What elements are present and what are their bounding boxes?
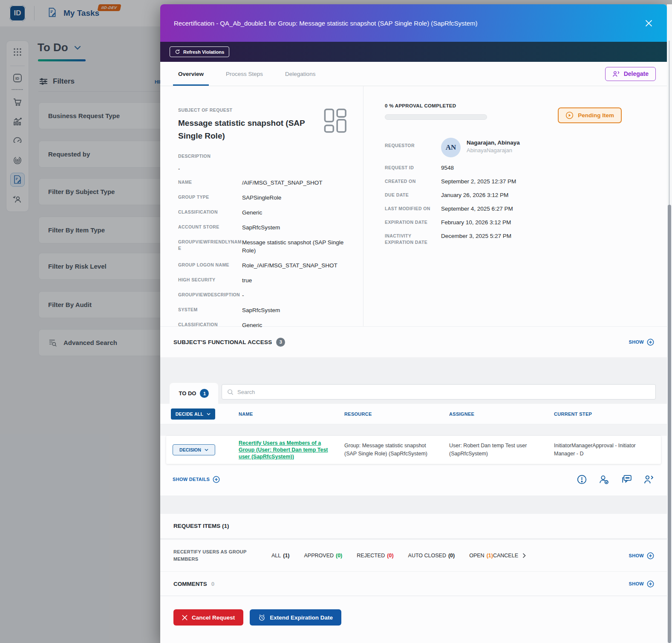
meta-row: CREATED ONSeptember 2, 2025 12:37 PM: [385, 178, 656, 185]
functional-access-section: SUBJECT'S FUNCTIONAL ACCESS 3 SHOW: [160, 326, 667, 357]
attribute-row: ACCOUNT STORESapRfcSystem: [178, 223, 352, 232]
attribute-value: true: [242, 276, 349, 284]
row-actions-bar: SHOW DETAILS: [160, 468, 667, 490]
pending-play-icon: [565, 111, 574, 119]
attribute-label: GROUPVIEWDESCRIPTION: [178, 291, 242, 299]
requestor-username: AbinayaNagarajan: [467, 147, 520, 154]
stat-item[interactable]: OPEN(1): [469, 553, 493, 559]
requestor-label: REQUESTOR: [385, 138, 441, 148]
comments-icon[interactable]: [621, 474, 632, 485]
meta-value: 9548: [441, 165, 454, 171]
chevron-down-icon: [207, 413, 211, 415]
attribute-value: -: [242, 291, 349, 299]
recertification-modal: Recertification - QA_Ab_double1 for Grou…: [160, 4, 667, 643]
assignee-check-icon[interactable]: [598, 474, 610, 485]
attribute-value: Generic: [242, 321, 349, 329]
stat-value: (1): [487, 553, 493, 559]
search-input[interactable]: [237, 389, 650, 395]
refresh-violations-button[interactable]: Refresh Violations: [170, 46, 229, 57]
request-items-header: REQUEST ITEMS (1): [160, 514, 667, 538]
delegate-user-icon[interactable]: [643, 474, 654, 484]
functional-access-count: 3: [276, 338, 285, 347]
stat-value: (1): [283, 553, 289, 559]
search-icon: [227, 389, 234, 395]
meta-row: INACTIVITY EXPIRATION DATEDecember 3, 20…: [385, 233, 656, 246]
column-header-resource[interactable]: RESOURCE: [344, 411, 449, 417]
section-gap: [160, 495, 667, 514]
pending-item-badge: Pending Item: [558, 107, 622, 123]
meta-label: LAST MODIFIED ON: [385, 206, 441, 212]
todo-table: DECIDE ALL NAME RESOURCE ASSIGNEE CURREN…: [160, 404, 667, 495]
approval-progress-bar: [385, 114, 487, 120]
comments-title: COMMENTS: [173, 581, 207, 587]
comments-section: COMMENTS 0 SHOW: [160, 571, 667, 596]
request-items-title: REQUEST ITEMS (1): [173, 523, 229, 529]
meta-label: CREATED ON: [385, 178, 441, 185]
attribute-row: GROUP TYPESAPSingleRole: [178, 194, 352, 202]
stat-label: REJECTED: [357, 553, 385, 559]
decision-dropdown-button[interactable]: DECISION: [173, 444, 215, 455]
column-header-name[interactable]: NAME: [239, 411, 344, 417]
attribute-label: GROUPVIEWFRIENDLYNAME: [178, 238, 242, 255]
tab-delegations[interactable]: Delegations: [285, 62, 315, 86]
stat-item[interactable]: ALL(1): [271, 553, 290, 559]
attribute-label: SYSTEM: [178, 306, 242, 314]
extend-expiration-button[interactable]: Extend Expiration Date: [250, 609, 341, 626]
row-current-step: InitiatorManagerApproval - Initiator Man…: [554, 442, 646, 458]
stat-item[interactable]: AUTO CLOSED(0): [408, 553, 455, 559]
table-row: DECISION Recertify Users as Members of a…: [166, 436, 661, 464]
attribute-value: Generic: [242, 209, 349, 217]
attribute-label: NAME: [178, 179, 242, 187]
show-details-link[interactable]: SHOW DETAILS: [173, 476, 220, 483]
decide-all-button[interactable]: DECIDE ALL: [171, 408, 215, 420]
scrollbar-thumb[interactable]: [668, 205, 671, 643]
meta-label: REQUEST ID: [385, 165, 441, 171]
tab-process-steps[interactable]: Process Steps: [226, 62, 263, 86]
request-items-show-link[interactable]: SHOW: [629, 552, 654, 559]
attribute-label: GROUP LOGON NAME: [178, 261, 242, 269]
comments-count: 0: [211, 581, 215, 587]
tab-overview[interactable]: Overview: [178, 62, 204, 86]
row-name-link[interactable]: Recertify Users as Members of a Group (U…: [239, 440, 330, 460]
request-item-stats: ALL(1)APPROVED(0)REJECTED(0)AUTO CLOSED(…: [271, 553, 493, 559]
delegate-button[interactable]: Delegate: [605, 67, 656, 81]
meta-row: LAST MODIFIED ONSeptember 4, 2025 6:27 P…: [385, 206, 656, 212]
row-resource: Group: Message statistic snapshot (SAP S…: [344, 442, 436, 458]
stat-label: APPROVED: [304, 553, 334, 559]
attribute-row: HIGH SECURITYtrue: [178, 276, 352, 284]
column-header-assignee[interactable]: ASSIGNEE: [449, 411, 554, 417]
row-assignee: User: Robert Dan temp Test user (SapRfcS…: [449, 442, 541, 458]
request-meta-list: REQUEST ID9548CREATED ONSeptember 2, 202…: [385, 165, 656, 246]
subject-title: Message statistic snapshot (SAP Single R…: [178, 117, 311, 142]
chevron-right-icon: [522, 553, 526, 558]
chevron-down-icon: [205, 449, 208, 451]
todo-tab-band: TO DO 1: [160, 381, 667, 404]
tab-todo[interactable]: TO DO 1: [170, 383, 218, 404]
meta-label: EXPIRATION DATE: [385, 219, 441, 226]
scrollbar-track[interactable]: [667, 4, 672, 643]
plus-circle-icon: [213, 476, 220, 483]
functional-access-title: SUBJECT'S FUNCTIONAL ACCESS: [173, 339, 272, 345]
comments-show-link[interactable]: SHOW: [629, 580, 654, 588]
close-icon[interactable]: [643, 17, 654, 29]
meta-row: REQUEST ID9548: [385, 165, 656, 171]
stat-value: (0): [448, 553, 455, 559]
plus-circle-icon: [647, 580, 654, 588]
meta-row: DUE DATEJanuary 26, 2026 3:12 PM: [385, 192, 656, 198]
cancel-request-button[interactable]: Cancel Request: [173, 609, 243, 626]
meta-row: EXPIRATION DATEFebruary 10, 2026 3:12 PM: [385, 219, 656, 226]
description-value: -: [178, 165, 352, 172]
functional-access-show-link[interactable]: SHOW: [629, 339, 654, 346]
column-header-current-step[interactable]: CURRENT STEP: [554, 411, 667, 417]
attribute-value: /AIF/MSG_STAT_SNAP_SHOT: [242, 179, 349, 187]
canceled-stat[interactable]: CANCELE: [493, 553, 526, 559]
stat-item[interactable]: APPROVED(0): [304, 553, 343, 559]
request-meta-column: 0 % APPROVAL COMPLETED Pending Item REQU…: [363, 86, 667, 326]
stat-label: ALL: [271, 553, 281, 559]
alarm-clock-icon: [258, 614, 265, 621]
request-item-type-label: RECERTIFY USERS AS GROUP MEMBERS: [173, 548, 264, 563]
stat-label: OPEN: [469, 553, 484, 559]
stat-item[interactable]: REJECTED(0): [357, 553, 393, 559]
info-alert-icon[interactable]: [577, 474, 587, 485]
stat-value: (0): [336, 553, 342, 559]
